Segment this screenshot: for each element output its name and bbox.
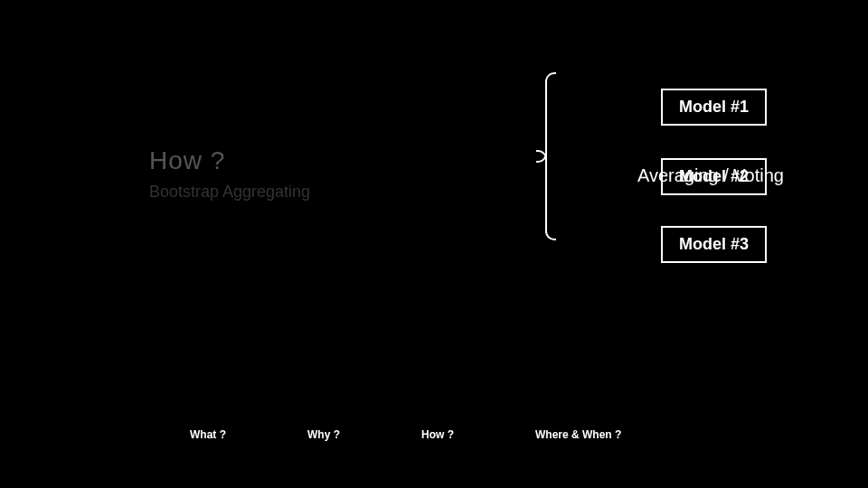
brace-bottom-curve <box>545 230 556 240</box>
brace-top-curve <box>545 72 556 83</box>
model-1-box: Model #1 <box>661 89 767 126</box>
nav-why[interactable]: Why ? <box>307 428 340 441</box>
bottom-nav: What ? Why ? How ? Where & When ? <box>190 428 621 441</box>
model-3-box: Model #3 <box>661 226 767 263</box>
nav-what[interactable]: What ? <box>190 428 226 441</box>
slide: How ? Bootstrap Aggregating Model #1 Mod… <box>0 0 868 488</box>
nav-how[interactable]: How ? <box>421 428 454 441</box>
slide-title: How ? <box>149 146 310 175</box>
nav-where-when[interactable]: Where & When ? <box>535 428 621 441</box>
averaging-voting-label: Averaging / Voting <box>637 165 784 186</box>
slide-subtitle: Bootstrap Aggregating <box>149 183 310 202</box>
title-block: How ? Bootstrap Aggregating <box>149 146 310 202</box>
